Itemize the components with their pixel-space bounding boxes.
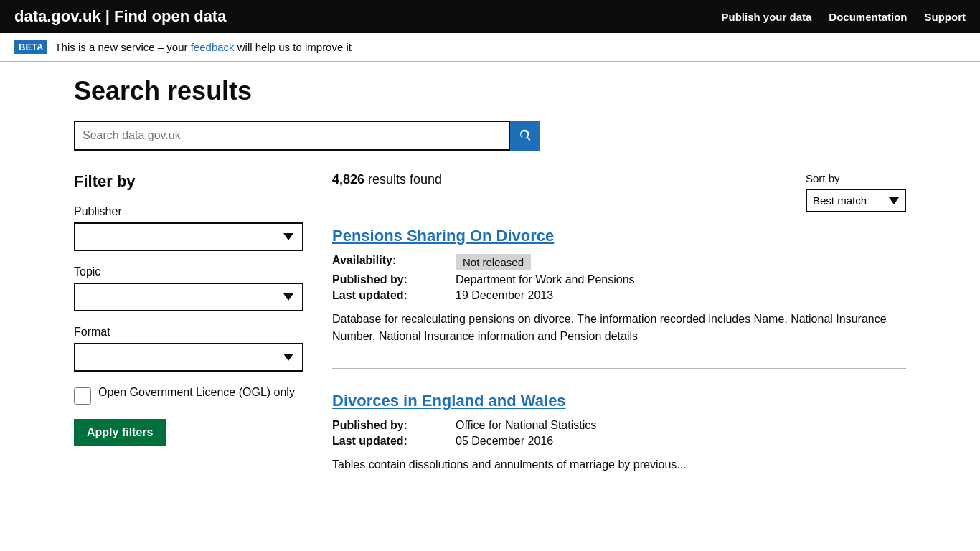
result-item: Pensions Sharing On Divorce Availability…: [332, 227, 906, 369]
format-filter-group: Format: [74, 326, 303, 372]
beta-text: This is a new service – your feedback wi…: [55, 41, 352, 53]
nav-documentation[interactable]: Documentation: [829, 11, 907, 23]
site-header: data.gov.uk | Find open data Publish you…: [0, 0, 980, 33]
main-nav: Publish your data Documentation Support: [721, 11, 966, 23]
updated-value-1: 19 December 2013: [456, 289, 906, 302]
sort-area: Sort by Best match Most recent Oldest: [806, 172, 906, 212]
topic-filter-group: Topic: [74, 265, 303, 311]
updated-key-2: Last updated:: [332, 435, 447, 448]
content-layout: Filter by Publisher Topic Format: [74, 172, 906, 519]
beta-tag: BETA: [14, 40, 47, 54]
format-select[interactable]: [74, 343, 303, 372]
publisher-value-1: Department for Work and Pensions: [456, 273, 906, 286]
ogl-label[interactable]: Open Government Licence (OGL) only: [98, 386, 295, 399]
search-input[interactable]: [74, 121, 510, 151]
result-meta: Availability: Not released Published by:…: [332, 254, 906, 302]
nav-support[interactable]: Support: [925, 11, 966, 23]
publisher-value-2: Office for National Statistics: [456, 419, 906, 432]
result-title[interactable]: Divorces in England and Wales: [332, 392, 566, 410]
publisher-key-2: Published by:: [332, 419, 447, 432]
nav-publish[interactable]: Publish your data: [721, 11, 811, 23]
result-item: Divorces in England and Wales Published …: [332, 392, 906, 496]
site-title: data.gov.uk | Find open data: [14, 7, 226, 26]
result-description-2: Tables contain dissolutions and annulmen…: [332, 456, 906, 474]
publisher-label: Publisher: [74, 205, 303, 218]
results-count: 4,826 results found: [332, 172, 442, 187]
results-area: 4,826 results found Sort by Best match M…: [332, 172, 906, 519]
ogl-checkbox-group: Open Government Licence (OGL) only: [74, 386, 303, 405]
topic-select[interactable]: [74, 283, 303, 311]
search-bar: [74, 121, 540, 151]
updated-value-2: 05 December 2016: [456, 435, 906, 448]
main-content: Search results Filter by Publisher Topic: [60, 62, 920, 534]
result-meta: Published by: Office for National Statis…: [332, 419, 906, 448]
not-released-badge: Not released: [456, 254, 531, 270]
result-description-1: Database for recalculating pensions on d…: [332, 311, 906, 345]
availability-value: Not released: [456, 254, 906, 270]
feedback-link[interactable]: feedback: [191, 41, 235, 53]
result-title[interactable]: Pensions Sharing On Divorce: [332, 227, 554, 245]
results-header: 4,826 results found Sort by Best match M…: [332, 172, 906, 212]
search-button[interactable]: [510, 121, 540, 151]
format-label: Format: [74, 326, 303, 339]
publisher-key-1: Published by:: [332, 273, 447, 286]
sort-select[interactable]: Best match Most recent Oldest: [806, 189, 906, 212]
publisher-filter-group: Publisher: [74, 205, 303, 251]
apply-filters-button[interactable]: Apply filters: [74, 419, 166, 446]
updated-key-1: Last updated:: [332, 289, 447, 302]
beta-banner: BETA This is a new service – your feedba…: [0, 33, 980, 62]
page-title: Search results: [74, 76, 906, 106]
topic-label: Topic: [74, 265, 303, 278]
ogl-checkbox[interactable]: [74, 387, 91, 405]
search-icon: [518, 128, 532, 143]
publisher-select[interactable]: [74, 222, 303, 251]
sidebar: Filter by Publisher Topic Format: [74, 172, 303, 519]
filter-title: Filter by: [74, 172, 303, 191]
availability-key: Availability:: [332, 254, 447, 270]
sort-label: Sort by: [806, 172, 840, 184]
